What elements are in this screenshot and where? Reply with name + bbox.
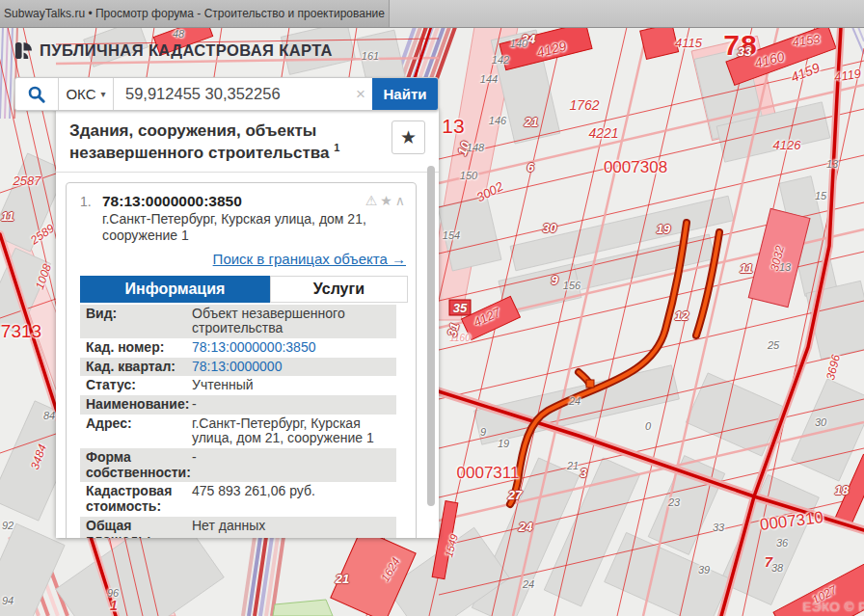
info-row-value[interactable]: 78:13:0000000:3850 [188,340,396,356]
result-address: г.Санкт-Петербург, Курская улица, дом 21… [102,211,392,244]
clear-search-icon[interactable]: × [349,78,372,110]
info-row: Кад. номер:78:13:0000000:3850 [80,338,396,358]
info-row-label: Форма собственности: [80,450,188,480]
info-row-value: Учтенный [188,378,396,393]
info-row-value: - [188,397,396,413]
star-icon[interactable]: ★ [380,193,395,208]
results-panel: Здания, сооружения, объекты незавершенно… [56,109,439,538]
search-icon[interactable] [15,78,58,110]
info-row-label: Адрес: [80,416,188,446]
pkk-header: ПУБЛИЧНАЯ КАДАСТРОВАЯ КАРТА [14,40,333,61]
info-row: Вид:Объект незавершенного строительства [80,305,396,338]
info-table: Вид:Объект незавершенного строительстваК… [80,305,396,538]
tab-services[interactable]: Услуги [270,276,408,303]
panel-scrollbar[interactable] [427,166,435,506]
result-count: 1 [334,142,339,153]
search-in-bounds-link[interactable]: Поиск в границах объекта → [213,251,406,267]
info-row-label: Кад. номер: [80,340,188,356]
info-row: Форма собственности:- [80,448,396,482]
info-row: Кад. квартал:78:13:0000000 [80,358,396,377]
find-button[interactable]: Найти [372,78,438,110]
result-index: 1. [80,193,102,209]
panel-title: Здания, сооружения, объекты незавершенно… [69,121,388,163]
info-row-value: 475 893 261,06 руб. [188,484,396,514]
favorites-button[interactable]: ★ [392,121,425,154]
info-row: Наименование:- [80,395,396,415]
result-icons: ⚠★∧ [365,193,408,208]
search-bar: ОКС ▾ × Найти [14,77,439,111]
browser-window-tab[interactable]: SubwayTalks.ru • Просмотр форума - Строи… [0,0,389,27]
info-row-value: Объект незавершенного строительства [188,307,396,336]
info-row-label: Вид: [80,307,188,336]
search-category-value: ОКС [66,86,95,102]
info-row-label: Статус: [80,378,188,393]
info-row: Кадастровая стоимость:475 893 261,06 руб… [80,482,396,516]
warning-icon[interactable]: ⚠ [365,193,381,208]
info-row: Статус:Учтенный [80,376,396,395]
panel-header: Здания, сооружения, объекты незавершенно… [56,109,439,173]
info-row-value: Нет данных [188,519,396,538]
app-title: ПУБЛИЧНАЯ КАДАСТРОВАЯ КАРТА [40,41,333,60]
info-row: Общая площадь:Нет данных [80,517,396,538]
browser-bar-spacer [389,0,864,27]
info-row-label: Кад. квартал: [80,360,188,375]
search-category-dropdown[interactable]: ОКС ▾ [58,78,114,110]
tab-information[interactable]: Информация [80,276,270,303]
info-row-label: Кадастровая стоимость: [80,484,188,514]
browser-title-bar: SubwayTalks.ru • Просмотр форума - Строи… [0,0,864,28]
info-row-value: г.Санкт-Петербург, Курская улица, дом 21… [188,416,396,446]
chevron-down-icon: ▾ [101,89,106,99]
info-row-label: Общая площадь: [80,519,188,538]
info-row: Адрес:г.Санкт-Петербург, Курская улица, … [80,415,396,448]
search-input[interactable] [114,78,349,110]
browser-title: SubwayTalks.ru • Просмотр форума - Строи… [4,7,385,20]
info-row-value[interactable]: 78:13:0000000 [188,360,396,375]
result-cadastral-number: 78:13:0000000:3850 [102,193,365,210]
info-row-value: - [188,450,396,480]
info-row-label: Наименование: [80,397,188,413]
tabs: ИнформацияУслуги [80,276,408,303]
collapse-icon[interactable]: ∧ [395,193,408,208]
result-card[interactable]: 1. 78:13:0000000:3850 ⚠★∧ г.Санкт-Петерб… [66,182,417,538]
pkk-logo-icon [14,40,34,61]
